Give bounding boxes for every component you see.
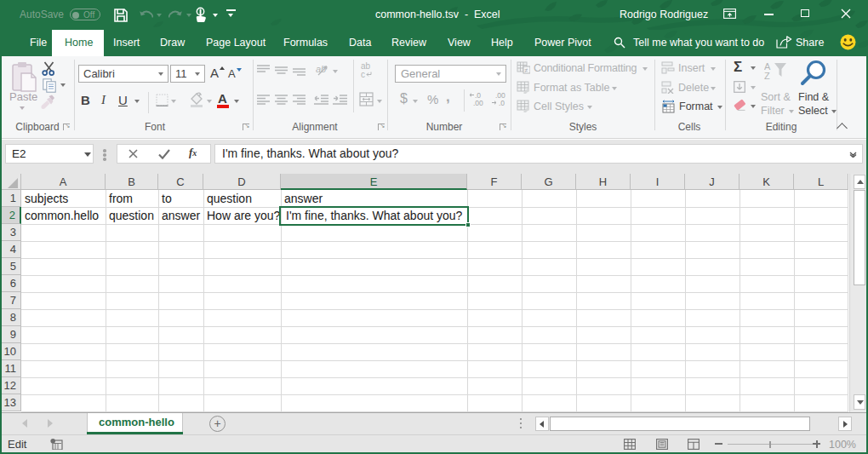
- svg-text:.0: .0: [499, 99, 505, 107]
- svg-text:.00: .00: [473, 99, 483, 107]
- svg-text:c: c: [361, 70, 365, 78]
- svg-text:≠: ≠: [525, 67, 528, 73]
- svg-text:Z: Z: [764, 71, 770, 80]
